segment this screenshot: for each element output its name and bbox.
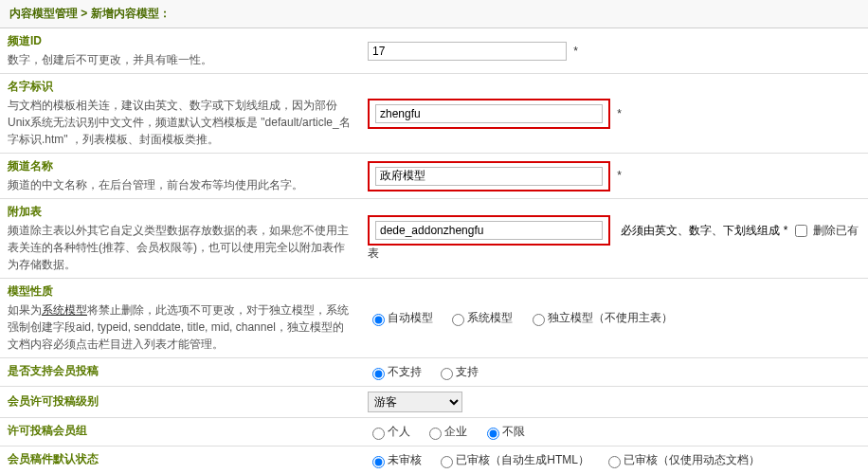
mg-personal-radio[interactable] <box>372 428 385 440</box>
ds-dyn-radio[interactable] <box>608 456 621 468</box>
channel-id-desc: 数字，创建后不可更改，并具有唯一性。 <box>8 51 353 68</box>
breadcrumb-part1: 内容模型管理 <box>9 7 78 20</box>
default-status-group: 未审核 已审核（自动生成HTML） 已审核（仅使用动态文档） <box>368 452 860 468</box>
name-sign-desc: 与文档的模板相关连，建议由英文、数字或下划线组成，因为部份Unix系统无法识别中… <box>8 97 353 148</box>
mg-unlimited-radio[interactable] <box>487 428 499 440</box>
channel-name-input[interactable] <box>375 167 603 186</box>
addon-table-label: 附加表 <box>8 204 353 220</box>
ds-unreview-radio[interactable] <box>372 456 385 468</box>
addon-table-highlight <box>368 215 610 246</box>
model-nature-desc: 如果为系统模型将禁止删除，此选项不可更改，对于独立模型，系统强制创建字段aid,… <box>8 301 353 353</box>
member-level-label: 会员许可投稿级别 <box>8 393 353 410</box>
channel-name-label: 频道名称 <box>8 158 353 174</box>
breadcrumb: 内容模型管理 > 新增内容模型： <box>0 0 868 28</box>
breadcrumb-part2: 新增内容模型： <box>91 7 171 20</box>
addon-table-desc: 频道除主表以外其它自定义类型数据存放数据的表，如果您不使用主表关连的各种特性(推… <box>8 222 353 273</box>
ds-html-radio[interactable] <box>441 456 453 468</box>
name-sign-label: 名字标识 <box>8 79 353 95</box>
name-sign-highlight <box>368 99 610 129</box>
model-ind-radio[interactable] <box>533 314 545 326</box>
member-group-label: 许可投稿会员组 <box>8 423 353 439</box>
member-post-group: 不支持 支持 <box>368 364 860 380</box>
delete-existing-checkbox[interactable] <box>795 225 807 237</box>
member-group-group: 个人 企业 不限 <box>368 424 860 440</box>
channel-name-req: * <box>617 169 622 182</box>
model-nature-link[interactable]: 系统模型 <box>42 303 87 317</box>
breadcrumb-sep: > <box>81 7 87 20</box>
default-status-label: 会员稿件默认状态 <box>8 451 353 467</box>
channel-id-label: 频道ID <box>8 33 353 49</box>
model-nature-group: 自动模型 系统模型 独立模型（不使用主表） <box>368 310 860 326</box>
form-table: 频道ID 数字，创建后不可更改，并具有唯一性。 * 名字标识 与文档的模板相关连… <box>0 28 868 474</box>
name-sign-req: * <box>617 107 622 120</box>
model-sys-radio[interactable] <box>452 314 464 326</box>
channel-id-input[interactable] <box>368 42 567 61</box>
model-nature-label: 模型性质 <box>8 283 353 300</box>
channel-name-desc: 频道的中文名称，在后台管理，前台发布等均使用此名字。 <box>8 176 353 193</box>
member-post-no-radio[interactable] <box>372 368 385 380</box>
addon-table-input[interactable] <box>375 221 603 240</box>
mg-company-radio[interactable] <box>429 428 442 440</box>
member-post-label: 是否支持会员投稿 <box>8 363 353 379</box>
channel-id-req: * <box>573 45 578 58</box>
member-post-yes-radio[interactable] <box>441 368 453 380</box>
addon-table-hint: 必须由英文、数字、下划线组成 * <box>621 224 787 237</box>
name-sign-input[interactable] <box>375 104 603 123</box>
channel-name-highlight <box>368 161 610 191</box>
model-auto-radio[interactable] <box>372 314 385 326</box>
member-level-select[interactable]: 游客 <box>368 392 462 412</box>
